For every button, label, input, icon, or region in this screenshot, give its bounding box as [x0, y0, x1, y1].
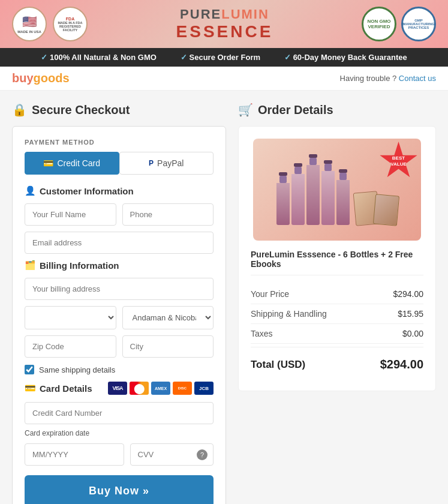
gmp-badge: GMP MANUFACTURING PRACTICES: [401, 7, 436, 41]
buygoods-logo: buygoods: [12, 71, 70, 85]
total-value: $294.00: [380, 358, 423, 371]
bottle-2: [291, 163, 305, 225]
same-shipping-checkbox[interactable]: [25, 365, 34, 374]
credit-card-icon: 💳: [43, 158, 53, 168]
taxes-value: $0.00: [402, 329, 423, 338]
nav-help: Having trouble ? Contact us: [340, 74, 436, 83]
full-name-input[interactable]: [25, 203, 116, 226]
book-2: [372, 194, 399, 226]
taxes-row: Taxes $0.00: [251, 324, 423, 344]
billing-icon: 🗂️: [25, 260, 36, 271]
payment-tabs: 💳 Credit Card P PayPal: [25, 152, 214, 175]
fda-badge: FDA MADE IN A FDA REGISTERED FACILITY: [53, 7, 88, 41]
total-divider: [251, 347, 423, 347]
email-input[interactable]: [25, 232, 214, 254]
shipping-value: $15.95: [398, 309, 423, 319]
paypal-icon: P: [149, 159, 154, 167]
main-content: 🔒 Secure Checkout PAYMENT METHOD 💳 Credi…: [0, 91, 448, 504]
your-price-label: Your Price: [251, 289, 289, 299]
name-phone-row: [25, 203, 214, 226]
lock-icon: 🔒: [12, 103, 27, 117]
product-image: BEST VALUE: [251, 139, 423, 241]
card-details-header: 💳 Card Details VISA ⬤ AMEX DISC JCB: [25, 382, 214, 395]
bottles-visual: [270, 148, 404, 231]
card-details-title: 💳 Card Details: [25, 383, 92, 394]
card-icon: 💳: [25, 383, 36, 394]
email-row: [25, 232, 214, 254]
trust-item-2: Secure Order Form: [181, 53, 260, 62]
trust-item-3: 60-Day Money Back Guarantee: [284, 53, 407, 62]
shipping-label: Shipping & Handling: [251, 309, 327, 319]
taxes-label: Taxes: [251, 329, 273, 338]
expiry-date-label: Card expiration date: [25, 429, 214, 437]
order-card: BEST VALUE PureLumin Esssence - 6 Bottle…: [238, 126, 436, 391]
your-price-value: $294.00: [393, 289, 423, 299]
user-icon: 👤: [25, 185, 36, 196]
bottle-3: [306, 154, 320, 225]
cvv-help-icon[interactable]: ?: [197, 449, 208, 460]
bottle-1: [276, 172, 290, 225]
checkout-title: 🔒 Secure Checkout: [12, 103, 226, 117]
cvv-wrap: ?: [130, 443, 214, 466]
cart-icon: 🛒: [238, 103, 253, 117]
card-number-input[interactable]: [25, 402, 214, 424]
checkout-column: 🔒 Secure Checkout PAYMENT METHOD 💳 Credi…: [12, 103, 226, 504]
order-title: 🛒 Order Details: [238, 103, 436, 117]
your-price-row: Your Price $294.00: [251, 284, 423, 304]
same-shipping-label: Same shipping details: [39, 365, 115, 374]
total-label: Total (USD): [251, 359, 305, 371]
trust-bar: 100% All Natural & Non GMO Secure Order …: [0, 48, 448, 67]
city-input[interactable]: [122, 335, 214, 358]
jcb-icon: JCB: [194, 382, 214, 395]
credit-card-tab[interactable]: 💳 Credit Card: [25, 152, 119, 175]
state-select[interactable]: Andaman & Nicobar Maharashtra: [122, 306, 214, 329]
customer-info-title: 👤 Customer Information: [25, 185, 214, 196]
phone-input[interactable]: [122, 203, 214, 226]
trust-item-1: 100% All Natural & Non GMO: [41, 53, 157, 62]
zip-city-row: [25, 335, 214, 358]
same-shipping-row: Same shipping details: [25, 365, 214, 374]
country-state-row: United States India Andaman & Nicobar Ma…: [25, 306, 214, 329]
bottle-4: [321, 160, 335, 225]
card-icons: VISA ⬤ AMEX DISC JCB: [108, 382, 214, 395]
paypal-tab[interactable]: P PayPal: [119, 152, 214, 175]
order-column: 🛒 Order Details: [238, 103, 436, 504]
header-banner: 🇺🇸 MADE IN USA FDA MADE IN A FDA REGISTE…: [0, 0, 448, 48]
zip-input[interactable]: [25, 335, 116, 358]
brand-logo: PURELUMIN ESSENCE: [176, 7, 273, 41]
country-select[interactable]: United States India: [25, 306, 116, 329]
nongmo-badge: NON GMO VERIFIED: [362, 7, 396, 41]
shipping-row: Shipping & Handling $15.95: [251, 304, 423, 324]
total-row: Total (USD) $294.00: [251, 350, 423, 379]
nav-bar: buygoods Having trouble ? Contact us: [0, 67, 448, 91]
expiry-cvv-row: ?: [25, 443, 214, 466]
payment-method-label: PAYMENT METHOD: [25, 139, 214, 146]
buy-now-button[interactable]: Buy Now »: [25, 475, 214, 504]
usa-badge: 🇺🇸 MADE IN USA: [12, 7, 47, 41]
expiry-input[interactable]: [25, 443, 124, 466]
mastercard-icon: ⬤: [130, 382, 149, 395]
billing-address-input[interactable]: [25, 278, 214, 300]
right-badges: NON GMO VERIFIED GMP MANUFACTURING PRACT…: [362, 7, 436, 41]
product-name: PureLumin Esssence - 6 Bottles + 2 Free …: [251, 250, 423, 275]
visa-icon: VISA: [108, 382, 127, 395]
billing-info-title: 🗂️ Billing Information: [25, 260, 214, 271]
left-badges: 🇺🇸 MADE IN USA FDA MADE IN A FDA REGISTE…: [12, 7, 88, 41]
discover-icon: DISC: [173, 382, 192, 395]
amex-icon: AMEX: [151, 382, 170, 395]
product-visual: BEST VALUE: [253, 139, 421, 241]
checkout-form-card: PAYMENT METHOD 💳 Credit Card P PayPal 👤 …: [12, 126, 226, 504]
contact-link[interactable]: Contact us: [399, 74, 436, 83]
bottle-5: [336, 169, 350, 225]
billing-address-row: [25, 278, 214, 300]
